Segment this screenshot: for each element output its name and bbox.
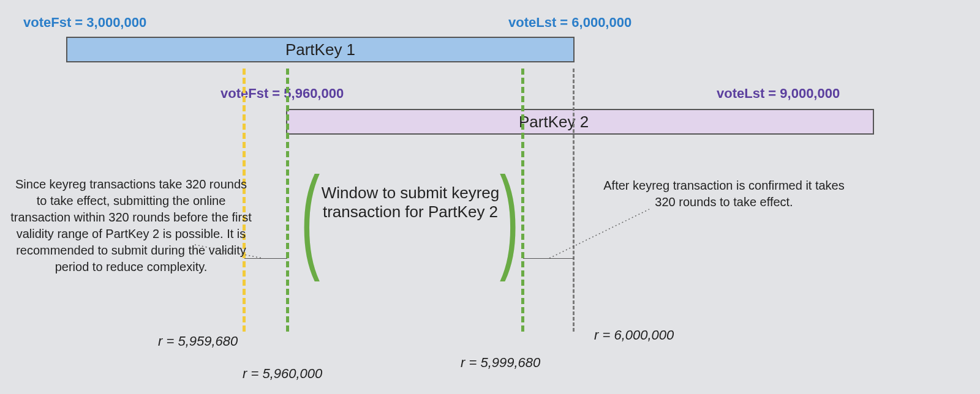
round-label-2: r = 5,960,000 <box>243 366 322 382</box>
window-left-paren: ( <box>301 159 320 275</box>
partkey1-bar-label: PartKey 1 <box>285 40 355 59</box>
partkey2-votelst-label: voteLst = 9,000,000 <box>717 86 840 102</box>
gap-left-segment <box>244 258 287 259</box>
partkey1-bar: PartKey 1 <box>66 37 575 62</box>
partkey2-bar: PartKey 2 <box>286 109 874 135</box>
window-text: Window to submit keyreg transaction for … <box>318 184 502 221</box>
gap-right-segment <box>523 258 574 259</box>
round-label-3: r = 5,999,680 <box>461 355 540 371</box>
round-label-4: r = 6,000,000 <box>594 327 674 343</box>
partkey1-votefst-label: voteFst = 3,000,000 <box>23 15 146 31</box>
partkey1-votelst-label: voteLst = 6,000,000 <box>508 15 631 31</box>
partkey2-bar-label: PartKey 2 <box>519 113 589 132</box>
vline-r3-green-right <box>521 69 524 332</box>
window-right-paren: ) <box>500 159 519 275</box>
note-left: Since keyreg transactions take 320 round… <box>9 176 254 275</box>
vline-r2-green-left <box>286 69 289 332</box>
vline-r4-grey <box>573 69 575 332</box>
partkey2-votefst-label: voteFst = 5,960,000 <box>221 86 344 102</box>
round-label-1: r = 5,959,680 <box>158 333 238 349</box>
leader-right <box>549 209 649 258</box>
note-right: After keyreg transaction is confirmed it… <box>601 177 846 210</box>
diagram-canvas: voteFst = 3,000,000 voteLst = 6,000,000 … <box>0 0 980 394</box>
